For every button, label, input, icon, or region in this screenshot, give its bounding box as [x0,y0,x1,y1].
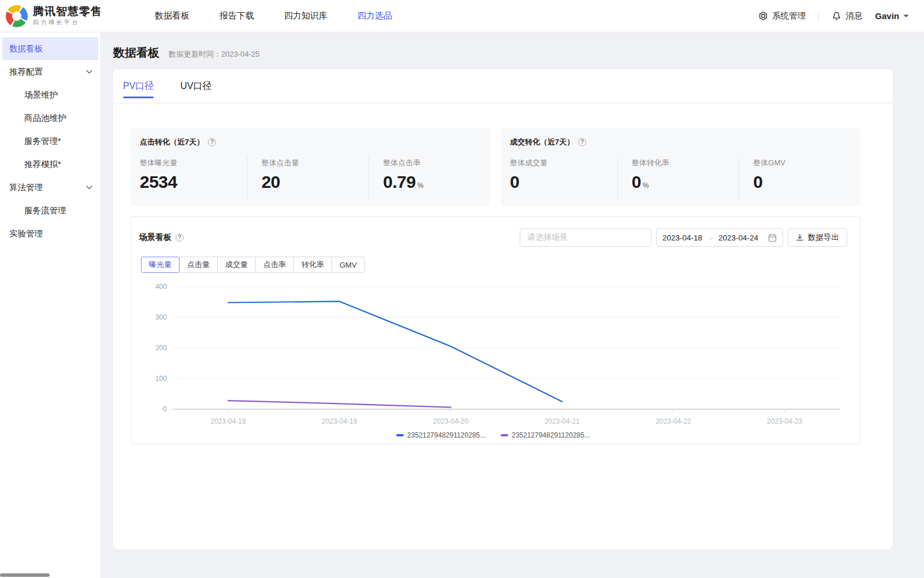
date-range-end: 2023-04-24 [718,234,758,242]
help-icon[interactable]: ? [208,138,216,146]
sidebar-item-label: 实验管理 [9,228,43,239]
sidebar-item-label: 算法管理 [9,182,43,193]
sidebar-item-2[interactable]: 场景维护 [0,83,100,106]
metric-label: 整体曝光量 [140,158,247,168]
sidebar-item-6[interactable]: 算法管理 [0,176,100,199]
metric-tab-2[interactable]: 成交量 [217,257,256,273]
sidebar-item-label: 商品池维护 [24,113,66,124]
metric-value-row: 0 [753,172,860,192]
legend-item-1[interactable]: 2352127948291120285... [501,431,590,439]
nav-item-0[interactable]: 数据看板 [155,10,189,21]
help-icon[interactable]: ? [578,138,586,146]
line-chart: 01002003004002023-04-182023-04-192023-04… [145,281,844,429]
metric-tab-4[interactable]: 转化率 [293,257,332,273]
metric-0-2: 整体点击率0.79% [368,157,490,200]
metric-label: 整体转化率 [632,158,739,168]
metric-value-row: 0.79% [383,172,490,192]
metric-value-row: 0 [510,172,617,192]
tab-1[interactable]: UV口径 [180,69,211,103]
header-divider [818,11,819,21]
chevron-down-icon [86,186,92,190]
sidebar-item-0[interactable]: 数据看板 [2,37,98,60]
svg-text:300: 300 [155,313,167,321]
stat-panels: 点击转化（近7天）?整体曝光量2534整体点击量20整体点击率0.79%成交转化… [131,128,860,206]
metric-0-0: 整体曝光量2534 [140,157,247,200]
svg-text:2023-04-20: 2023-04-20 [433,417,468,425]
sidebar-item-label: 推荐模拟* [24,159,61,170]
stat-panel-0: 点击转化（近7天）?整体曝光量2534整体点击量20整体点击率0.79% [131,128,490,206]
export-button[interactable]: 数据导出 [788,228,847,247]
sidebar-item-7[interactable]: 服务流管理 [0,199,100,222]
metric-value: 20 [262,172,280,191]
svg-text:400: 400 [155,283,167,291]
sidebar-item-label: 推荐配置 [9,66,43,77]
download-icon [796,234,804,242]
nav-item-1[interactable]: 报告下载 [219,10,254,21]
metric-value-row: 20 [262,172,369,192]
chart-metric-tabs: 曝光量点击量成交量点击率转化率GMV [141,257,847,273]
help-icon[interactable]: ? [176,234,184,242]
metric-value: 2534 [140,172,177,191]
metric-value: 0 [753,172,762,191]
metric-tab-3[interactable]: 点击率 [255,257,294,273]
metric-1-0: 整体成交量0 [510,157,617,200]
messages-link[interactable]: 消息 [832,10,862,21]
sidebar-item-1[interactable]: 推荐配置 [0,60,100,83]
metric-unit: % [418,181,424,190]
sidebar-item-3[interactable]: 商品池维护 [0,106,100,129]
sidebar-item-4[interactable]: 服务管理* [0,129,100,153]
scene-board-title: 场景看板 [139,232,172,243]
system-settings-link[interactable]: 系统管理 [758,10,806,21]
date-range-start: 2023-04-18 [662,234,702,242]
sidebar-item-5[interactable]: 推荐模拟* [0,153,100,176]
metric-tab-1[interactable]: 点击量 [179,257,218,273]
sidebar-item-8[interactable]: 实验管理 [0,222,100,245]
metric-columns: 整体成交量0整体转化率0%整体GMV0 [510,157,860,200]
svg-text:2023-04-19: 2023-04-19 [322,417,357,425]
top-header: 腾讯智慧零售 四力增长平台 数据看板报告下载四力知识库四力选品 系统管理 消息 [0,0,924,32]
metric-value: 0 [510,172,519,191]
legend-marker [396,434,404,436]
stat-panel-1: 成交转化（近7天）?整体成交量0整体转化率0%整体GMV0 [501,128,860,206]
metric-tab-5[interactable]: GMV [331,257,365,273]
scene-select[interactable]: 请选择场景 [520,228,651,247]
metric-tab-0[interactable]: 曝光量 [141,257,180,273]
legend-label: 2352127948291120285... [407,431,486,439]
nav-item-2[interactable]: 四力知识库 [284,10,327,21]
nav-item-3[interactable]: 四力选品 [357,10,392,21]
stat-panel-title: 成交转化（近7天） [510,137,574,147]
stat-panel-title: 点击转化（近7天） [140,137,204,147]
metric-value: 0.79 [383,172,415,191]
sidebar-item-label: 场景维护 [24,90,58,101]
legend-label: 2352127948291120285... [512,431,590,439]
tab-label: PV口径 [123,80,154,92]
metric-tab-label: 曝光量 [149,260,172,270]
date-range-picker[interactable]: 2023-04-18 → 2023-04-24 [656,228,783,247]
export-button-label: 数据导出 [808,232,839,243]
system-settings-label: 系统管理 [772,10,806,21]
metric-value-row: 2534 [140,172,247,192]
metric-tab-label: GMV [340,261,357,269]
sidebar-item-label: 服务流管理 [24,205,66,216]
metric-1-2: 整体GMV0 [739,157,860,200]
horizontal-scrollbar-thumb[interactable] [0,573,50,577]
metric-value: 0 [632,172,641,191]
pv-uv-tabs: PV口径UV口径 [113,69,893,103]
sidebar: 数据看板推荐配置场景维护商品池维护服务管理*推荐模拟*算法管理服务流管理实验管理 [0,32,101,578]
tab-label: UV口径 [180,80,211,92]
metric-unit: % [643,181,649,190]
sidebar-item-label: 服务管理* [24,136,61,147]
user-menu[interactable]: Gavin [875,11,909,21]
svg-text:2023-04-18: 2023-04-18 [211,417,246,425]
tab-0[interactable]: PV口径 [123,69,154,103]
messages-label: 消息 [845,10,862,21]
brand-logo-icon [6,5,28,27]
user-name: Gavin [875,11,899,21]
page-title: 数据看板 [113,45,159,61]
legend-marker [501,434,508,436]
metric-0-1: 整体点击量20 [247,157,369,200]
legend-item-0[interactable]: 2352127948291120285... [396,431,486,439]
stat-panel-title-row: 点击转化（近7天）? [140,137,490,147]
top-nav: 数据看板报告下载四力知识库四力选品 [155,10,392,21]
svg-text:2023-04-21: 2023-04-21 [545,417,580,425]
